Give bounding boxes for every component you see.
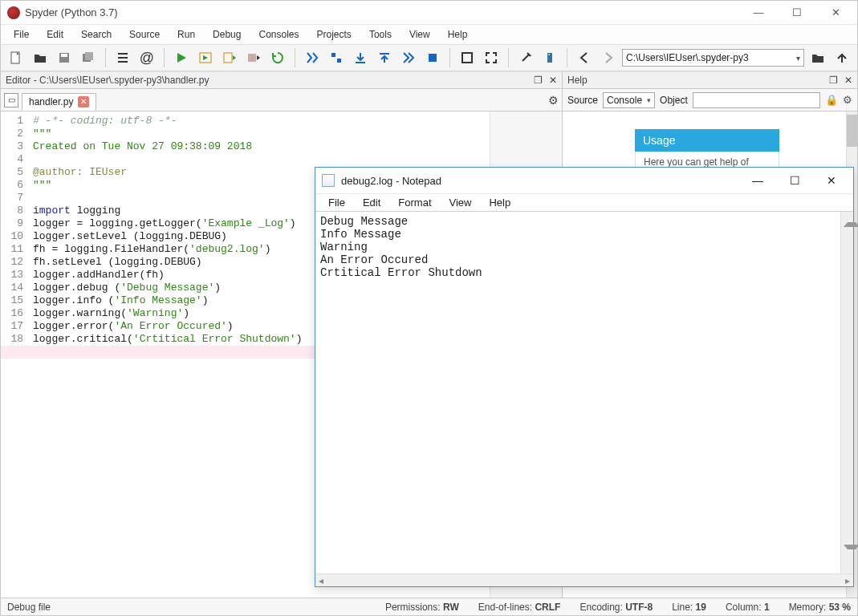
gutter-line-number: 3 [4,140,23,153]
working-directory-dropdown[interactable]: C:\Users\IEUser\.spyder-py3 ▾ [622,49,804,67]
editor-options-icon[interactable]: ⚙ [548,94,559,107]
nav-back-icon[interactable] [574,47,595,68]
menu-search[interactable]: Search [73,27,120,42]
notepad-vertical-scrollbar[interactable] [840,212,853,573]
help-options-icon[interactable]: ⚙ [843,94,852,106]
gutter-line-number: 13 [4,269,23,282]
open-file-icon[interactable] [30,47,51,68]
help-source-dropdown[interactable]: Console ▾ [603,92,655,108]
nav-forward-icon[interactable] [598,47,619,68]
scrollbar-thumb[interactable] [847,115,857,147]
run-cell-icon[interactable] [195,47,216,68]
new-file-icon[interactable] [6,47,26,68]
chevron-down-icon: ▾ [647,96,651,104]
code-line[interactable]: """ [33,128,485,140]
maximize-pane-icon[interactable] [457,47,478,68]
menu-debug[interactable]: Debug [205,27,249,42]
help-undock-icon[interactable]: ❐ [829,75,838,86]
at-icon[interactable]: @ [136,47,157,68]
svg-rect-8 [331,53,335,57]
gutter-line-number: 10 [4,230,23,243]
menu-source[interactable]: Source [121,27,168,42]
notepad-menu-file[interactable]: File [320,196,353,209]
tab-close-icon[interactable]: ✕ [78,96,89,107]
spyder-menubar: FileEditSearchSourceRunDebugConsolesProj… [1,25,857,44]
spyder-maximize-button[interactable]: ☐ [779,2,815,24]
save-file-icon[interactable] [54,47,75,68]
debug-step-icon[interactable] [326,47,347,68]
notepad-horizontal-scrollbar[interactable]: ◂▸ [315,573,853,586]
editor-tab-label: handler.py [29,96,73,107]
menu-file[interactable]: File [6,27,37,42]
notepad-close-button[interactable]: ✕ [813,168,850,192]
status-left-text: Debug file [7,602,51,613]
menu-edit[interactable]: Edit [39,27,71,42]
help-usage-header: Usage [635,129,779,152]
notepad-menu-format[interactable]: Format [390,196,439,209]
editor-tab-handler-py[interactable]: handler.py ✕ [22,93,96,111]
browse-dir-icon[interactable] [807,47,828,68]
editor-close-icon[interactable]: ✕ [549,75,557,86]
save-all-icon[interactable] [78,47,99,68]
run-selection-icon[interactable] [243,47,264,68]
notepad-maximize-button[interactable]: ☐ [776,168,813,192]
svg-rect-6 [224,53,232,63]
gutter-line-number: 5 [4,166,23,179]
svg-point-14 [548,54,550,55]
preferences-icon[interactable] [515,47,536,68]
toolbar-separator [164,48,165,67]
gutter-line-number: 4 [4,153,23,166]
menu-consoles[interactable]: Consoles [250,27,307,42]
spyder-minimize-button[interactable]: — [740,2,777,24]
toolbar-separator [295,48,295,67]
toolbar-separator [508,48,509,67]
status-encoding: Encoding: UTF-8 [579,602,653,613]
help-object-input[interactable] [693,92,820,108]
code-line[interactable]: # -*- coding: utf-8 -*- [33,115,485,128]
svg-rect-7 [248,54,256,62]
notepad-menu-edit[interactable]: Edit [355,196,388,209]
spyder-close-button[interactable]: ✕ [817,2,854,24]
code-line[interactable] [33,153,485,166]
gutter-line-number: 17 [4,320,23,333]
notepad-menu-view[interactable]: View [441,196,480,209]
menu-tools[interactable]: Tools [361,27,400,42]
debug-step-out-icon[interactable] [374,47,395,68]
code-line[interactable]: Created on Tue Nov 27 09:38:09 2018 [33,140,485,153]
gutter-line-number: 15 [4,294,23,307]
debug-continue-icon[interactable] [398,47,419,68]
run-icon[interactable] [171,47,192,68]
fullscreen-icon[interactable] [481,47,502,68]
svg-rect-2 [61,54,67,57]
help-source-value: Console [607,95,642,106]
notepad-titlebar[interactable]: debug2.log - Notepad — ☐ ✕ [315,168,853,193]
rerun-icon[interactable] [267,47,288,68]
debug-step-into-icon[interactable] [350,47,371,68]
notepad-minimize-button[interactable]: — [739,168,776,192]
help-close-icon[interactable]: ✕ [844,75,852,86]
chevron-down-icon: ▾ [796,54,800,63]
svg-rect-13 [462,53,472,63]
list-icon[interactable] [112,47,133,68]
menu-run[interactable]: Run [169,27,203,42]
debug-stop-icon[interactable] [422,47,443,68]
notepad-menu-help[interactable]: Help [481,196,518,209]
python-path-icon[interactable] [539,47,560,68]
lock-icon[interactable]: 🔒 [825,94,838,106]
svg-rect-12 [429,54,437,62]
gutter-line-number: 18 [4,333,23,346]
menu-view[interactable]: View [401,27,438,42]
editor-undock-icon[interactable]: ❐ [534,75,543,86]
debug-run-icon[interactable] [302,47,323,68]
parent-dir-icon[interactable] [832,47,852,68]
help-object-label: Object [660,95,688,106]
toolbar-separator [567,48,567,67]
notepad-text-area[interactable]: Debug Message Info Message Warning An Er… [315,212,840,573]
svg-rect-10 [356,62,365,63]
run-cell-advance-icon[interactable] [219,47,240,68]
notepad-window: debug2.log - Notepad — ☐ ✕ FileEditForma… [315,167,854,587]
help-source-label: Source [567,95,598,106]
document-list-button[interactable]: ▭ [4,93,18,107]
menu-projects[interactable]: Projects [309,27,360,42]
menu-help[interactable]: Help [440,27,476,42]
